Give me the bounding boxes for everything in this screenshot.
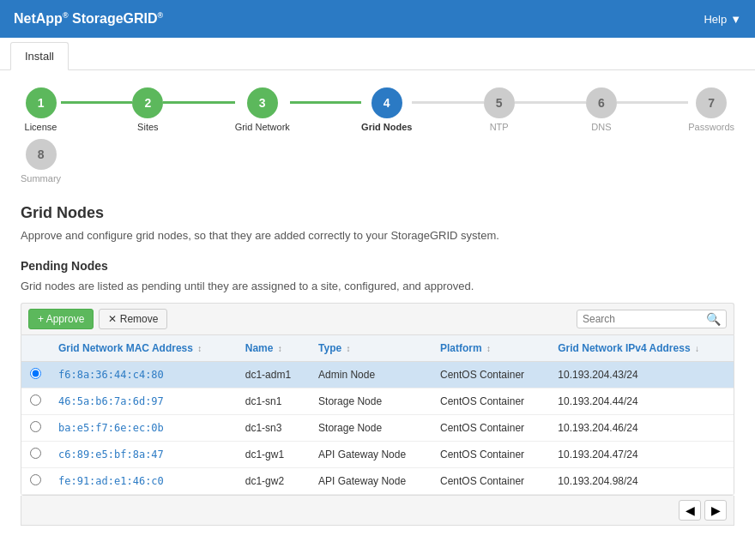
connector-4-5	[412, 101, 483, 104]
chevron-down-icon: ▼	[730, 13, 741, 26]
row-type: Storage Node	[310, 388, 432, 415]
table-body: f6:8a:36:44:c4:80 dc1-adm1 Admin Node Ce…	[21, 362, 734, 495]
row-name: dc1-gw1	[237, 442, 310, 468]
col-platform[interactable]: Platform ↕	[432, 335, 549, 362]
col-select	[21, 335, 50, 362]
search-box: 🔍	[577, 310, 727, 328]
table-row[interactable]: f6:8a:36:44:c4:80 dc1-adm1 Admin Node Ce…	[21, 362, 734, 388]
row-type: API Gateway Node	[310, 468, 432, 495]
row-ipv4: 10.193.204.43/24	[549, 362, 734, 388]
row-ipv4: 10.193.204.98/24	[549, 468, 734, 495]
step-label-4: Grid Nodes	[361, 122, 412, 132]
row-platform: CentOS Container	[432, 442, 549, 468]
connector-1-2	[61, 101, 132, 104]
row-ipv4: 10.193.204.47/24	[549, 442, 734, 468]
sort-type-icon: ↕	[347, 344, 351, 353]
step-group-3: 3 Grid Network	[235, 87, 290, 132]
row-mac: c6:89:e5:bf:8a:47	[50, 442, 237, 468]
step-group-8: 8 Summary	[21, 139, 61, 184]
sort-ipv4-icon: ↓	[695, 344, 699, 353]
step-circle-8[interactable]: 8	[26, 139, 57, 170]
section-description: Grid nodes are listed as pending until t…	[21, 280, 734, 292]
row-radio-cell[interactable]	[21, 442, 50, 468]
pagination-prev[interactable]: ◀	[679, 500, 701, 521]
step-group-7: 7 Passwords	[688, 87, 734, 132]
nodes-table: Grid Network MAC Address ↕ Name ↕ Type ↕…	[21, 335, 734, 495]
search-input[interactable]	[583, 313, 703, 325]
row-radio[interactable]	[30, 368, 41, 379]
search-icon: 🔍	[706, 312, 721, 326]
pagination-bar: ◀ ▶	[21, 496, 734, 526]
step-group-5: 5 NTP	[484, 87, 515, 132]
sort-platform-icon: ↕	[486, 344, 491, 353]
main-content: 1 License 8 Summary 2 Sites 3	[0, 70, 755, 560]
row-platform: CentOS Container	[432, 388, 549, 415]
col-name[interactable]: Name ↕	[237, 335, 310, 362]
connector-6-7	[617, 101, 688, 104]
row-mac: fe:91:ad:e1:46:c0	[50, 468, 237, 495]
help-label: Help	[704, 13, 727, 26]
step-label-3: Grid Network	[235, 122, 290, 132]
row-ipv4: 10.193.204.46/24	[549, 415, 734, 442]
connector-2-3	[163, 101, 234, 104]
nodes-table-container: Grid Network MAC Address ↕ Name ↕ Type ↕…	[21, 334, 734, 496]
row-name: dc1-sn3	[237, 415, 310, 442]
row-radio[interactable]	[30, 421, 41, 432]
table-row[interactable]: fe:91:ad:e1:46:c0 dc1-gw2 API Gateway No…	[21, 468, 734, 495]
step-label-7: Passwords	[688, 122, 734, 132]
step-circle-1[interactable]: 1	[26, 87, 57, 118]
table-header: Grid Network MAC Address ↕ Name ↕ Type ↕…	[21, 335, 734, 362]
row-name: dc1-gw2	[237, 468, 310, 495]
app-logo: NetApp® StorageGRID®	[14, 11, 163, 27]
connector-5-6	[515, 101, 586, 104]
step-circle-3[interactable]: 3	[247, 87, 278, 118]
tab-install[interactable]: Install	[10, 42, 69, 70]
row-radio[interactable]	[30, 394, 41, 406]
toolbar-left: + Approve ✕ Remove	[28, 309, 167, 329]
nodes-toolbar: + Approve ✕ Remove 🔍	[21, 303, 734, 334]
row-platform: CentOS Container	[432, 415, 549, 442]
row-mac: 46:5a:b6:7a:6d:97	[50, 388, 237, 415]
step-circle-4[interactable]: 4	[371, 87, 402, 118]
col-mac[interactable]: Grid Network MAC Address ↕	[50, 335, 237, 362]
row-type: Storage Node	[310, 415, 432, 442]
step-circle-6[interactable]: 6	[586, 87, 617, 118]
step-group-4: 4 Grid Nodes	[361, 87, 412, 132]
step-label-8: Summary	[21, 173, 61, 184]
page-title: Grid Nodes	[21, 204, 734, 222]
row-radio-cell[interactable]	[21, 362, 50, 388]
row-platform: CentOS Container	[432, 468, 549, 495]
row-mac: ba:e5:f7:6e:ec:0b	[50, 415, 237, 442]
row-radio[interactable]	[30, 448, 41, 459]
help-menu[interactable]: Help ▼	[704, 13, 741, 26]
row-radio-cell[interactable]	[21, 388, 50, 415]
pagination-next[interactable]: ▶	[704, 500, 727, 521]
remove-button[interactable]: ✕ Remove	[99, 309, 167, 329]
section-title: Pending Nodes	[21, 259, 734, 273]
row-radio[interactable]	[30, 474, 41, 485]
row-type: API Gateway Node	[310, 442, 432, 468]
col-type[interactable]: Type ↕	[310, 335, 432, 362]
row-name: dc1-adm1	[237, 362, 310, 388]
approve-button[interactable]: + Approve	[28, 309, 94, 329]
table-row[interactable]: c6:89:e5:bf:8a:47 dc1-gw1 API Gateway No…	[21, 442, 734, 468]
step-circle-7[interactable]: 7	[696, 87, 727, 118]
wizard-steps: 1 License 8 Summary 2 Sites 3	[21, 87, 734, 184]
col-ipv4[interactable]: Grid Network IPv4 Address ↓	[549, 335, 734, 362]
connector-3-4	[290, 101, 361, 104]
row-mac: f6:8a:36:44:c4:80	[50, 362, 237, 388]
step-label-2: Sites	[137, 122, 158, 132]
step-circle-2[interactable]: 2	[132, 87, 163, 118]
sort-name-icon: ↕	[278, 344, 282, 353]
step-circle-5[interactable]: 5	[484, 87, 515, 118]
row-platform: CentOS Container	[432, 362, 549, 388]
table-row[interactable]: 46:5a:b6:7a:6d:97 dc1-sn1 Storage Node C…	[21, 388, 734, 415]
step-group-6: 6 DNS	[586, 87, 617, 132]
row-radio-cell[interactable]	[21, 468, 50, 495]
step-label-1: License	[25, 122, 57, 132]
step-group-1: 1 License 8 Summary	[21, 87, 61, 184]
header: NetApp® StorageGRID® Help ▼	[0, 0, 755, 38]
row-ipv4: 10.193.204.44/24	[549, 388, 734, 415]
table-row[interactable]: ba:e5:f7:6e:ec:0b dc1-sn3 Storage Node C…	[21, 415, 734, 442]
row-radio-cell[interactable]	[21, 415, 50, 442]
